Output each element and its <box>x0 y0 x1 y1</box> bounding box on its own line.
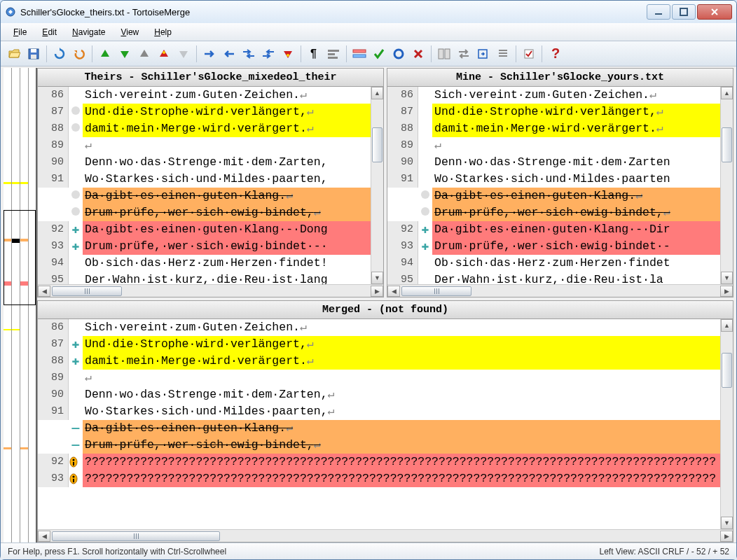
mark-resolved-icon[interactable] <box>279 45 297 63</box>
maximize-button[interactable] <box>672 4 696 20</box>
prev-conflict-icon[interactable] <box>155 45 173 63</box>
code-line[interactable]: Da·gibt·es·einen·guten·Klang.↵ <box>387 188 720 204</box>
theirs-code[interactable]: 86Sich·vereint·zum·Guten·Zeichen.↵87Und·… <box>38 87 371 284</box>
prev-diff-icon[interactable] <box>96 45 114 63</box>
menu-edit[interactable]: Edit <box>35 25 64 39</box>
options-icon[interactable] <box>520 45 538 63</box>
circle-icon[interactable] <box>390 45 408 63</box>
mine-code[interactable]: 86Sich·vereint·zum·Guten·Zeichen.↵87Und·… <box>387 87 720 284</box>
use-right-icon[interactable] <box>200 45 219 63</box>
check-icon[interactable] <box>370 45 388 63</box>
next-diff-icon[interactable] <box>116 45 134 63</box>
use-left-icon[interactable] <box>220 45 238 63</box>
code-line[interactable]: 93??????????????????????????????????????… <box>38 470 720 487</box>
use-right-then-left-icon[interactable] <box>240 45 258 63</box>
line-text: Denn·wo·das·Strenge·mit·dem·Zarten,↵ <box>83 386 720 403</box>
collapse-icon[interactable] <box>350 45 368 63</box>
use-left-then-right-icon[interactable] <box>259 45 277 63</box>
code-line[interactable]: 90Denn·wo·das·Strenge·mit·dem·Zarten, <box>38 154 371 171</box>
code-line[interactable]: 95Der·Wahn·ist·kurz,·die·Reu·ist·lang <box>38 272 371 284</box>
code-line[interactable]: Da·gibt·es·einen·guten·Klang.↵ <box>38 188 371 204</box>
line-text: Drum·prüfe,·wer·sich·ewig·bindet·-· <box>83 238 371 255</box>
code-line[interactable]: 95Der·Wahn·ist·kurz,·die·Reu·ist·la <box>387 272 720 284</box>
menu-navigate[interactable]: Navigate <box>65 25 112 39</box>
code-line[interactable]: 91Wo·Starkes·sich·und·Mildes·paarten <box>387 171 720 188</box>
code-line[interactable]: 92??????????????????????????????????????… <box>38 454 720 470</box>
status-help-text: For Help, press F1. Scroll horizontally … <box>8 547 599 556</box>
line-text: Der·Wahn·ist·kurz,·die·Reu·ist·la <box>432 272 720 284</box>
theirs-hscroll[interactable]: ◀▶ <box>38 284 383 297</box>
titlebar[interactable]: Schiller'sGlocke_theirs.txt - TortoiseMe… <box>1 1 736 23</box>
line-number: 95 <box>387 272 418 284</box>
merged-code[interactable]: 86Sich·vereint·zum·Guten·Zeichen.↵87✚Und… <box>38 319 720 529</box>
code-line[interactable]: 88damit·mein·Merge·wird·verärgert.↵ <box>38 120 371 137</box>
code-line[interactable]: 87Und·die·Strophe·wird·verlängert,↵ <box>387 104 720 120</box>
code-line[interactable]: —Da·gibt·es·einen·guten·Klang.↵ <box>38 420 720 437</box>
close-button[interactable] <box>697 4 732 20</box>
theirs-vscroll[interactable]: ▲▼ <box>371 87 383 284</box>
inline-diff-icon[interactable] <box>324 45 343 63</box>
svg-point-6 <box>163 51 165 54</box>
code-line[interactable]: 86Sich·vereint·zum·Guten·Zeichen.↵ <box>38 87 371 104</box>
code-line[interactable]: —Drum·prüfe,·wer·sich·ewig·bindet,↵ <box>38 437 720 454</box>
code-line[interactable]: 90Denn·wo·das·Strenge·mit·dem·Zarten <box>387 154 720 171</box>
reload-icon[interactable] <box>50 45 69 63</box>
line-number: 95 <box>38 272 69 284</box>
code-line[interactable]: 90Denn·wo·das·Strenge·mit·dem·Zarten,↵ <box>38 386 720 403</box>
code-line[interactable]: 88damit·mein·Merge·wird·verärgert.↵ <box>387 120 720 137</box>
goto-icon[interactable] <box>474 45 493 63</box>
swap-icon[interactable] <box>455 45 473 63</box>
code-line[interactable]: 93✚Drum·prüfe,·wer·sich·ewig·bindet·-· <box>38 238 371 255</box>
code-line[interactable]: 88✚damit·mein·Merge·wird·verärgert.↵ <box>38 353 720 370</box>
line-text: Und·die·Strophe·wird·verlängert,↵ <box>432 104 720 120</box>
save-icon[interactable] <box>25 45 43 63</box>
merged-hscroll[interactable]: ◀▶ <box>38 529 733 542</box>
whitespace-icon[interactable]: ¶ <box>305 45 323 63</box>
line-marker <box>69 456 83 468</box>
code-line[interactable]: 91Wo·Starkes·sich·und·Mildes·paarten, <box>38 171 371 188</box>
window-title: Schiller'sGlocke_theirs.txt - TortoiseMe… <box>20 7 647 18</box>
menu-help[interactable]: Help <box>147 25 179 39</box>
svg-rect-25 <box>73 462 74 465</box>
code-line[interactable]: 93✚Drum·prüfe,·wer·sich·ewig·bindet·- <box>387 238 720 255</box>
code-line[interactable]: 89↵ <box>38 137 371 154</box>
code-line[interactable]: 89↵ <box>38 370 720 386</box>
help-icon[interactable]: ? <box>546 45 564 63</box>
undo-icon[interactable] <box>70 45 88 63</box>
line-text: damit·mein·Merge·wird·verärgert.↵ <box>83 120 371 137</box>
code-line[interactable]: 87Und·die·Strophe·wird·verlängert,↵ <box>38 104 371 120</box>
next-conflict-icon[interactable] <box>174 45 193 63</box>
code-line[interactable]: 87✚Und·die·Strophe·wird·verlängert,↵ <box>38 336 720 353</box>
code-line[interactable]: 92✚Da·gibt·es·einen·guten·Klang·-·Dir <box>387 221 720 238</box>
line-text: damit·mein·Merge·wird·verärgert.↵ <box>83 353 720 370</box>
mine-vscroll[interactable]: ▲▼ <box>720 87 733 284</box>
svg-rect-20 <box>499 55 507 57</box>
line-number: 86 <box>38 87 69 104</box>
line-number: 94 <box>387 255 418 272</box>
line-text: Sich·vereint·zum·Guten·Zeichen.↵ <box>83 319 720 336</box>
code-line[interactable]: 94Ob·sich·das·Herz·zum·Herzen·findet! <box>38 255 371 272</box>
line-marker: ✚ <box>69 336 83 354</box>
merged-vscroll[interactable]: ▲▼ <box>720 319 733 529</box>
menu-file[interactable]: File <box>6 25 34 39</box>
code-line[interactable]: 89↵ <box>387 137 720 154</box>
mine-hscroll[interactable]: ◀▶ <box>387 284 733 297</box>
code-line[interactable]: 86Sich·vereint·zum·Guten·Zeichen.↵ <box>387 87 720 104</box>
svg-rect-12 <box>353 50 366 52</box>
menu-view[interactable]: View <box>113 25 146 39</box>
open-icon[interactable] <box>5 45 23 63</box>
line-number: 92 <box>387 221 418 238</box>
code-line[interactable]: 94Ob·sich·das·Herz·zum·Herzen·findet <box>387 255 720 272</box>
minimize-button[interactable] <box>647 4 670 20</box>
x-icon[interactable] <box>409 45 427 63</box>
code-line[interactable]: Drum·prüfe,·wer·sich·ewig·bindet,↵ <box>387 204 720 221</box>
code-line[interactable]: Drum·prüfe,·wer·sich·ewig·bindet,↵ <box>38 204 371 221</box>
prev-inline-icon[interactable] <box>135 45 153 63</box>
locator-bar[interactable] <box>4 68 37 542</box>
code-line[interactable]: 86Sich·vereint·zum·Guten·Zeichen.↵ <box>38 319 720 336</box>
list-icon[interactable] <box>494 45 512 63</box>
two-pane-icon[interactable] <box>435 45 453 63</box>
svg-rect-2 <box>680 8 687 15</box>
code-line[interactable]: 92✚Da·gibt·es·einen·guten·Klang·-·Dong <box>38 221 371 238</box>
code-line[interactable]: 91Wo·Starkes·sich·und·Mildes·paarten,↵ <box>38 403 720 420</box>
